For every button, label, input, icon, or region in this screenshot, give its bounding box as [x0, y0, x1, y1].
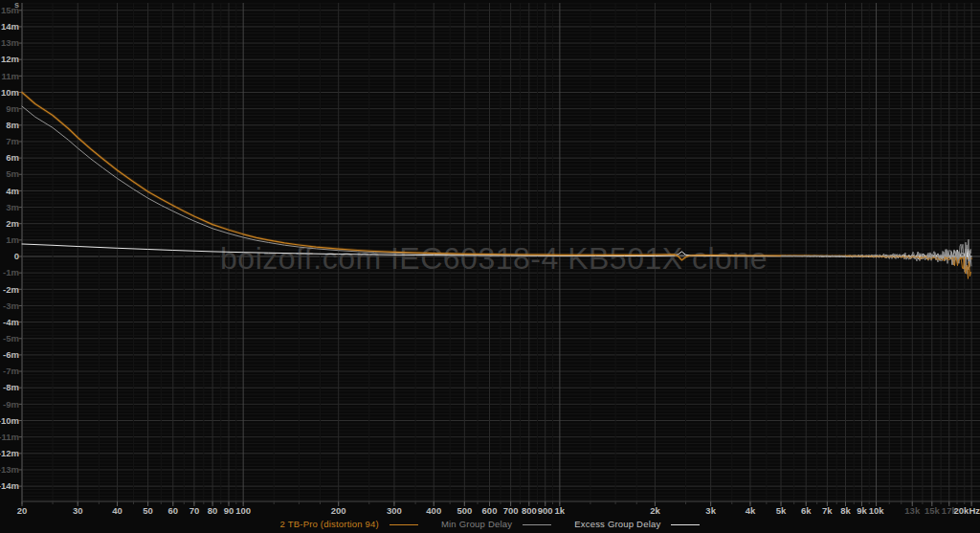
legend-swatch-excess-group-delay	[671, 524, 700, 525]
legend-label-min-group-delay[interactable]: Min Group Delay	[441, 519, 512, 530]
x-tick-label: 6k	[801, 505, 812, 516]
y-tick-label: 6m	[6, 152, 19, 163]
trace-tb-pro	[22, 93, 971, 260]
y-tick-label: -8m	[3, 382, 19, 392]
x-tick-label: 300	[387, 505, 402, 516]
y-tick-label: 1m	[6, 234, 19, 245]
x-tick-label: 80	[208, 505, 218, 516]
y-tick-label: -14m	[0, 480, 19, 491]
legend-label-tb-pro[interactable]: 2 TB-Pro (distortion 94)	[280, 519, 379, 530]
x-tick-label: 400	[426, 505, 441, 516]
y-tick-label: -3m	[3, 300, 19, 311]
y-tick-label: 13m	[1, 37, 19, 48]
y-tick-label: 8m	[6, 120, 19, 130]
x-tick-label: 1k	[555, 505, 566, 516]
y-tick-label: -4m	[3, 317, 19, 327]
y-tick-label: -13m	[0, 464, 19, 475]
x-tick-label: 50	[143, 505, 153, 516]
y-tick-label: 14m	[1, 21, 19, 32]
legend: 2 TB-Pro (distortion 94) Min Group Delay…	[0, 518, 980, 531]
y-tick-label: -6m	[3, 349, 19, 360]
x-tick-label: 200	[331, 505, 346, 516]
y-tick-label: 12m	[1, 54, 19, 64]
group-delay-chart-window: boizoff.com IEC60318-4 KB501X clones15m1…	[0, 0, 980, 533]
chart-canvas[interactable]: boizoff.com IEC60318-4 KB501X clones15m1…	[0, 0, 980, 533]
x-tick-label: 70	[189, 505, 200, 516]
y-tick-label: -11m	[0, 432, 19, 442]
y-tick-label: 4m	[6, 186, 19, 196]
y-tick-label: 7m	[6, 136, 19, 146]
y-tick-label: -2m	[3, 284, 19, 295]
y-tick-label: -12m	[0, 448, 19, 458]
y-tick-label: -10m	[0, 415, 19, 426]
y-tick-label: 0	[14, 251, 19, 261]
y-tick-label: -7m	[3, 366, 19, 376]
x-tick-label: 9k	[857, 505, 867, 516]
x-tick-label: 800	[522, 505, 537, 516]
x-tick-label: 2k	[650, 505, 660, 516]
y-tick-label: -9m	[3, 399, 19, 410]
y-tick-label: 10m	[1, 87, 19, 98]
y-tick-label: 2m	[6, 218, 19, 229]
y-tick-label: -1m	[3, 267, 19, 278]
legend-swatch-min-group-delay	[523, 524, 551, 525]
x-tick-label: 8k	[840, 505, 851, 516]
legend-label-excess-group-delay[interactable]: Excess Group Delay	[574, 519, 660, 530]
legend-item-excess-group-delay[interactable]: Excess Group Delay	[574, 519, 700, 530]
x-tick-label: 500	[457, 505, 472, 516]
x-tick-label: 7k	[822, 505, 833, 516]
x-tick-label: 4k	[746, 505, 756, 516]
x-tick-label: 40	[112, 505, 122, 516]
y-tick-label: 9m	[6, 103, 19, 114]
y-tick-label: 3m	[6, 202, 19, 212]
x-tick-label: 60	[167, 505, 178, 516]
legend-item-min-group-delay[interactable]: Min Group Delay	[441, 519, 551, 530]
x-tick-label: 100	[235, 505, 251, 516]
y-tick-label: 5m	[6, 168, 19, 179]
x-tick-label: 90	[224, 505, 234, 516]
y-tick-label: 11m	[2, 71, 20, 81]
x-tick-label: 3k	[705, 505, 716, 516]
y-tick-label: 15m	[1, 5, 19, 15]
x-tick-label: 15k	[924, 505, 941, 516]
x-tick-label: 900	[538, 505, 553, 516]
trace-tb-pro-glow	[22, 93, 971, 260]
x-tick-label: 13k	[904, 505, 921, 516]
x-tick-label: 5k	[776, 505, 787, 516]
x-tick-label: 20kHz	[954, 505, 980, 516]
x-tick-label: 20	[17, 505, 28, 516]
x-tick-label: 30	[73, 505, 83, 516]
x-tick-label: 700	[503, 505, 519, 516]
legend-item-tb-pro[interactable]: 2 TB-Pro (distortion 94)	[280, 519, 418, 530]
legend-swatch-tb-pro	[390, 524, 418, 525]
y-tick-label: -5m	[3, 333, 19, 344]
x-tick-label: 10k	[869, 505, 885, 516]
x-tick-label: 600	[482, 505, 498, 516]
